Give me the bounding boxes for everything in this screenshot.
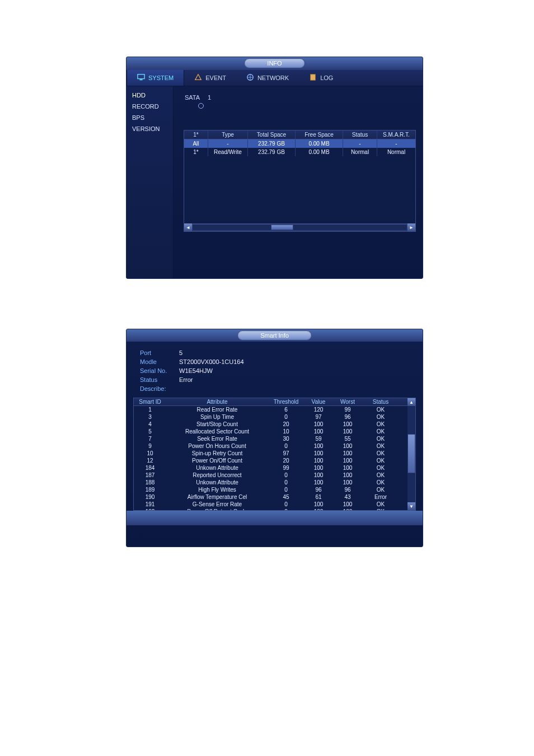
table-row[interactable]: 187Reported Uncorrect0100100OK — [134, 472, 407, 479]
table-cell: 100 — [333, 501, 362, 508]
table-cell: - — [208, 139, 248, 148]
status-value: Error — [179, 376, 193, 383]
table-cell: 100 — [304, 464, 333, 472]
table-cell: 9 — [134, 442, 166, 450]
table-row[interactable]: 3Spin Up Time09796OK — [134, 413, 407, 421]
table-row[interactable]: 1*Read/Write232.79 GB0.00 MBNormalNormal — [184, 148, 415, 156]
table-cell: OK — [362, 435, 399, 442]
col-threshold[interactable]: Threshold — [268, 398, 304, 405]
table-row[interactable]: 7Seek Error Rate305955OK — [134, 435, 407, 442]
col-attribute[interactable]: Attribute — [166, 398, 268, 405]
table-cell: Unkown Attribute — [166, 479, 268, 486]
tab-network[interactable]: NETWORK — [236, 70, 299, 86]
table-cell: OK — [362, 406, 399, 413]
sidebar-item-version[interactable]: VERSION — [127, 123, 173, 134]
table-row[interactable]: 191G-Sense Error Rate0100100OK — [134, 501, 407, 508]
sidebar-item-hdd[interactable]: HDD — [127, 90, 173, 101]
col-index[interactable]: 1* — [184, 130, 208, 139]
table-cell: Seek Error Rate — [166, 435, 268, 442]
tab-log[interactable]: LOG — [299, 70, 343, 86]
table-cell: 0 — [268, 479, 304, 486]
table-row[interactable]: 188Unkown Attribute0100100OK — [134, 479, 407, 486]
table-row[interactable]: All-232.79 GB0.00 MB-- — [184, 139, 415, 148]
table-cell: Reallocated Sector Count — [166, 428, 268, 435]
smart-info-panel: Smart Info Port5 ModleST2000VX000-1CU164… — [126, 329, 423, 547]
svg-rect-0 — [138, 74, 144, 79]
table-cell: 188 — [134, 479, 166, 486]
table-cell: All — [184, 139, 208, 148]
table-cell: 100 — [304, 501, 333, 508]
table-cell: OK — [362, 450, 399, 457]
table-row[interactable]: 189High Fly Writes09696OK — [134, 486, 407, 493]
table-cell: 232.79 GB — [248, 139, 296, 148]
col-type[interactable]: Type — [208, 130, 248, 139]
col-status[interactable]: Status — [343, 130, 377, 139]
table-cell: 7 — [134, 435, 166, 442]
table-cell: 100 — [333, 421, 362, 428]
table-cell: Airflow Temperature Cel — [166, 493, 268, 501]
tab-system[interactable]: SYSTEM — [127, 70, 184, 86]
table-cell: 0.00 MB — [296, 139, 343, 148]
table-row[interactable]: 10Spin-up Retry Count97100100OK — [134, 450, 407, 457]
titlebar: INFO — [127, 57, 423, 69]
tab-label: LOG — [320, 74, 333, 81]
col-smart-id[interactable]: Smart ID — [134, 398, 166, 405]
table-row[interactable]: 1Read Error Rate612099OK — [134, 406, 407, 413]
scroll-track[interactable] — [193, 225, 407, 230]
table-cell: 96 — [333, 486, 362, 493]
scroll-thumb[interactable] — [407, 434, 415, 473]
scroll-down-button[interactable]: ▼ — [407, 502, 415, 510]
table-cell: 100 — [304, 428, 333, 435]
table-cell: 192 — [134, 508, 166, 510]
table-cell: 100 — [333, 428, 362, 435]
table-cell: 0 — [268, 501, 304, 508]
table-row[interactable]: 184Unkown Attribute99100100OK — [134, 464, 407, 472]
table-cell: OK — [362, 421, 399, 428]
scroll-thumb[interactable] — [271, 225, 293, 230]
table-cell: OK — [362, 486, 399, 493]
table-cell: Power On/Off Count — [166, 457, 268, 464]
table-cell: 0.00 MB — [296, 148, 343, 156]
table-cell: 0 — [268, 508, 304, 510]
col-worst[interactable]: Worst — [333, 398, 362, 405]
table-row[interactable]: 4Start/Stop Count20100100OK — [134, 421, 407, 428]
tab-event[interactable]: EVENT — [184, 70, 236, 86]
smart-table-header: Smart ID Attribute Threshold Value Worst… — [134, 398, 407, 406]
scroll-left-button[interactable]: ◄ — [184, 223, 192, 231]
horizontal-scrollbar[interactable]: ◄ ► — [184, 223, 415, 231]
col-total-space[interactable]: Total Space — [248, 130, 296, 139]
table-row[interactable]: 12Power On/Off Count20100100OK — [134, 457, 407, 464]
table-row[interactable]: 192Power-Off Retract Cycle0100100OK — [134, 508, 407, 510]
tab-bar: SYSTEM EVENT NETWORK LOG — [127, 69, 423, 86]
table-cell: Read/Write — [208, 148, 248, 156]
table-cell: 100 — [333, 508, 362, 510]
table-row[interactable]: 190Airflow Temperature Cel456143Error — [134, 493, 407, 501]
model-label: Modle — [140, 358, 179, 365]
sidebar-item-bps[interactable]: BPS — [127, 112, 173, 123]
globe-icon — [246, 73, 254, 82]
table-row[interactable]: 9Power On Hours Count0100100OK — [134, 442, 407, 450]
col-status[interactable]: Status — [362, 398, 399, 405]
sidebar-item-record[interactable]: RECORD — [127, 101, 173, 112]
table-cell: 100 — [333, 479, 362, 486]
table-cell: 100 — [333, 457, 362, 464]
col-smart[interactable]: S.M.A.R.T. — [377, 130, 415, 139]
table-cell: OK — [362, 457, 399, 464]
scroll-right-button[interactable]: ► — [407, 223, 415, 231]
table-cell: 12 — [134, 457, 166, 464]
svg-rect-3 — [311, 74, 316, 81]
tab-label: EVENT — [205, 74, 226, 81]
disk-table-header: 1* Type Total Space Free Space Status S.… — [184, 130, 415, 139]
table-cell: - — [377, 139, 415, 148]
monitor-icon — [137, 73, 145, 82]
table-cell: 100 — [304, 479, 333, 486]
table-cell: OK — [362, 413, 399, 421]
table-cell: 10 — [134, 450, 166, 457]
col-value[interactable]: Value — [304, 398, 333, 405]
scroll-up-button[interactable]: ▲ — [407, 398, 415, 406]
table-row[interactable]: 5Reallocated Sector Count10100100OK — [134, 428, 407, 435]
vertical-scrollbar[interactable]: ▲ ▼ — [407, 398, 415, 510]
table-cell: 1* — [184, 148, 208, 156]
col-free-space[interactable]: Free Space — [296, 130, 343, 139]
scroll-track[interactable] — [407, 406, 415, 502]
